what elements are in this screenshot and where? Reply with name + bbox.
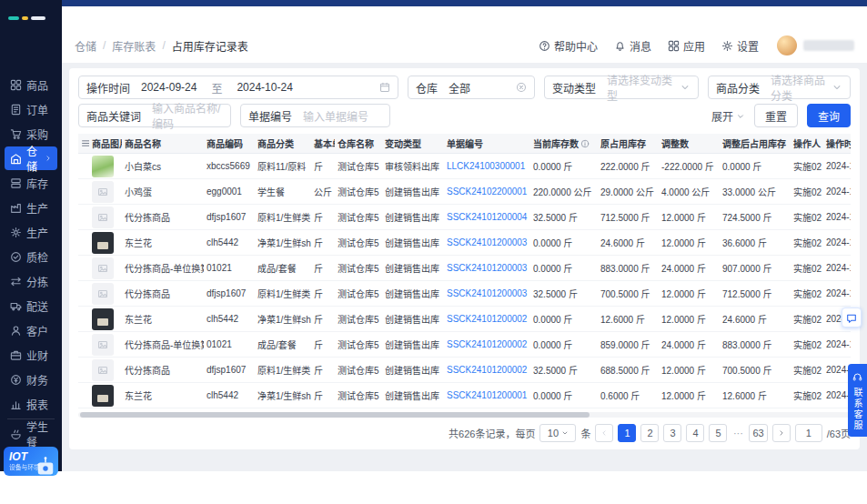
header-action-apps[interactable]: 应用 (668, 38, 705, 54)
document-link[interactable]: SSCK24101200002 (447, 314, 527, 324)
sidebar-item-production[interactable]: 生产 (5, 196, 57, 219)
cell-text: 学生餐 (257, 187, 285, 197)
page-jump-input[interactable]: 1 (795, 424, 822, 442)
cell-text: 12.0000 斤 (661, 315, 706, 325)
cell-current_stock: 220.0000 公斤 (530, 179, 598, 205)
cell-current_stock: 32.5000 斤 (530, 281, 598, 307)
reset-button[interactable]: 重置 (754, 104, 798, 127)
document-link[interactable]: SSCK24101200002 (447, 339, 527, 349)
page-button[interactable]: 63 (749, 424, 767, 442)
document-link[interactable]: SSCK24101200003 (447, 237, 527, 247)
sidebar-item-label: 业财 (26, 348, 48, 363)
cell-text: 实施02 (793, 391, 822, 401)
page-button[interactable]: 1 (618, 424, 636, 442)
sidebar-item-student-meal[interactable]: 学生餐 (5, 422, 57, 446)
cell-text: 907.0000 斤 (722, 264, 772, 274)
cell-occupied_before: 24.6000 斤 (598, 230, 659, 256)
column-label: 变动类型 (385, 136, 421, 150)
cell-occupied_after: 12.6000 斤 (720, 383, 791, 408)
prev-page-button[interactable] (595, 424, 613, 442)
column-header-content: 操作时间 (826, 136, 851, 150)
cell-time: 2024-10-2 (823, 179, 851, 205)
document-link[interactable]: SSCK24102200001 (447, 186, 527, 197)
operation-time-range-picker[interactable]: 操作时间 2024-09-24 至 2024-10-24 (78, 76, 398, 99)
column-settings-button[interactable] (78, 134, 89, 154)
header-action-messages[interactable]: 消息 (614, 38, 651, 54)
product-image (92, 334, 114, 356)
category-select[interactable]: 商品分类 请选择商品分类 (708, 76, 851, 99)
sidebar-item-production-alt[interactable]: 生产 (5, 220, 57, 244)
cell-text: dfjsp1607 (207, 212, 246, 222)
sidebar-item-label: 生产 (26, 200, 48, 216)
header-action-help[interactable]: 帮助中心 (539, 38, 598, 54)
header-action-settings[interactable]: 设置 (721, 38, 759, 54)
breadcrumb-item[interactable]: 仓储 (75, 38, 96, 54)
page-button[interactable]: 2 (640, 424, 659, 442)
user-menu[interactable] (777, 35, 854, 55)
headset-icon (852, 372, 862, 382)
page-size-select[interactable]: 10 (539, 424, 576, 442)
cell-text: 原料1/生鲜类 (257, 213, 310, 223)
document-link[interactable]: SSCK24101200002 (447, 365, 527, 375)
column-label: 商品名称 (125, 136, 161, 150)
cell-text: 实施02 (793, 187, 822, 197)
cell-text: 成品/套餐 (257, 264, 297, 274)
cell-text: 斤 (314, 391, 323, 401)
scrollbar-thumb[interactable] (80, 412, 590, 418)
warehouse-value: 全部 (449, 80, 470, 96)
keyword-input[interactable]: 商品关键词 输入商品名称/编码 (78, 104, 231, 127)
doc-number-input[interactable]: 单据编号 输入单据编号 (240, 104, 390, 127)
column-header: 调整数 (659, 134, 720, 154)
change-type-select[interactable]: 变动类型 请选择变动类型 (544, 76, 699, 99)
sidebar-menu: 商品订单采购仓储库存生产生产质检分拣配送客户业财财务报表学生餐 (0, 73, 62, 447)
sidebar-item-orders[interactable]: 订单 (5, 97, 57, 121)
cell-change_type: 创建销售出库 (382, 281, 444, 307)
sidebar-item-finance[interactable]: 财务 (5, 368, 57, 391)
contact-support-button[interactable]: 联系客服 (848, 364, 867, 437)
expand-toggle[interactable]: 展开 (711, 108, 745, 124)
warehouse-filter-label: 仓库 (416, 80, 438, 96)
cell-text: xbccs5669 (207, 161, 250, 171)
sidebar-item-goods[interactable]: 商品 (5, 73, 57, 96)
sidebar-item-delivery[interactable]: 配送 (5, 294, 57, 318)
sidebar-item-inventory[interactable]: 库存 (5, 171, 57, 195)
sidebar-item-business-finance[interactable]: 业财 (5, 343, 57, 367)
cell-text: 斤 (314, 213, 323, 223)
breadcrumb-item[interactable]: 库存账表 (112, 38, 156, 54)
sidebar-item-sorting[interactable]: 分拣 (5, 269, 57, 293)
page-button[interactable]: 5 (709, 424, 727, 442)
document-link[interactable]: SSCK24101200004 (447, 212, 527, 222)
customer-service-chat-button[interactable] (842, 307, 862, 328)
document-link[interactable]: SSCK24101200003 (447, 288, 527, 298)
sidebar-item-warehouse[interactable]: 仓储 (5, 146, 57, 170)
sidebar-item-quality[interactable]: 质检 (5, 245, 57, 268)
cell-unit: 斤 (311, 256, 335, 281)
document-link[interactable]: SSCK24101200001 (447, 390, 527, 400)
sidebar: 商品订单采购仓储库存生产生产质检分拣配送客户业财财务报表学生餐 IOT 设备与环… (0, 0, 62, 471)
cell-change_type: 审核领料出库 (382, 154, 444, 179)
column-header-content: 变动类型 (385, 136, 421, 150)
cell-unit: 斤 (311, 332, 335, 358)
cell-text: 测试仓库5 (338, 238, 379, 248)
iot-banner[interactable]: IOT 设备与环境 (4, 447, 58, 476)
cell-text: 36.6000 斤 (722, 238, 767, 248)
cell-text: 0.0000 斤 (533, 340, 572, 350)
clear-icon-slot[interactable] (516, 82, 527, 93)
document-link[interactable]: LLCK24100300001 (447, 161, 525, 171)
cell-operator: 实施02 (791, 154, 823, 179)
cell-text: 实施02 (793, 289, 822, 299)
cell-adjustment: 24.0000 斤 (659, 256, 720, 281)
page-button[interactable]: 4 (686, 424, 704, 442)
horizontal-scrollbar[interactable] (78, 412, 851, 418)
cell-text: 创建销售出库 (385, 238, 439, 248)
search-button[interactable]: 查询 (807, 104, 851, 127)
cell-text: 24.6000 斤 (600, 238, 645, 248)
document-link[interactable]: SSCK24101200003 (447, 263, 527, 273)
table-row: 代分拣商品dfjsp1607原料1/生鲜类斤测试仓库5创建销售出库SSCK241… (78, 358, 851, 383)
sidebar-item-customer[interactable]: 客户 (5, 318, 57, 342)
warehouse-select[interactable]: 仓库 全部 (408, 76, 535, 99)
sidebar-item-report[interactable]: 报表 (5, 392, 57, 416)
cell-text: 小鸡蛋 (125, 187, 152, 197)
page-button[interactable]: 3 (663, 424, 681, 442)
next-page-button[interactable] (772, 424, 791, 442)
